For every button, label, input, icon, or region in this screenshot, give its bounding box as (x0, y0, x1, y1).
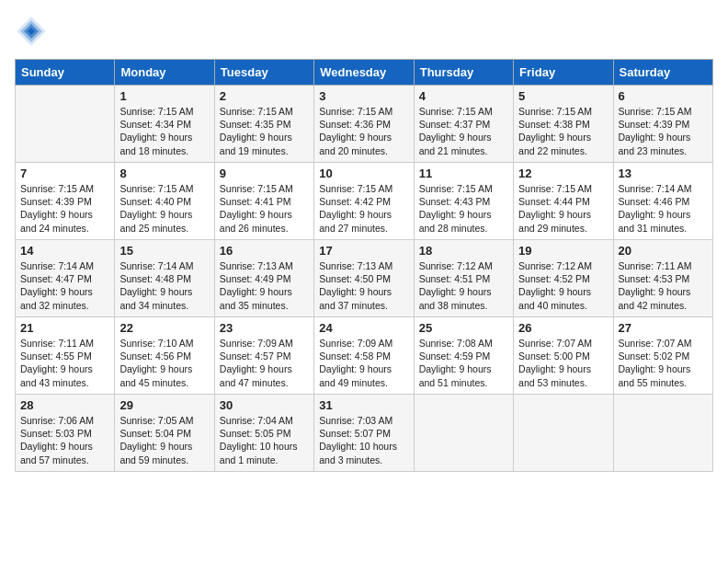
calendar-cell: 24Sunrise: 7:09 AMSunset: 4:58 PMDayligh… (314, 317, 414, 395)
cell-content: Sunrise: 7:15 AMSunset: 4:41 PMDaylight:… (220, 182, 309, 235)
column-header-sunday: Sunday (16, 60, 115, 86)
calendar-cell (514, 395, 613, 472)
day-number: 5 (518, 89, 608, 103)
calendar-cell: 17Sunrise: 7:13 AMSunset: 4:50 PMDayligh… (314, 240, 414, 317)
day-number: 21 (20, 321, 109, 335)
column-header-wednesday: Wednesday (314, 60, 414, 86)
calendar-cell: 4Sunrise: 7:15 AMSunset: 4:37 PMDaylight… (414, 86, 513, 163)
cell-content: Sunrise: 7:09 AMSunset: 4:58 PMDaylight:… (319, 337, 408, 389)
cell-content: Sunrise: 7:14 AMSunset: 4:48 PMDaylight:… (119, 259, 209, 312)
calendar-cell: 28Sunrise: 7:06 AMSunset: 5:03 PMDayligh… (16, 395, 115, 472)
day-number: 24 (319, 321, 408, 335)
column-header-thursday: Thursday (414, 60, 513, 86)
calendar-cell: 14Sunrise: 7:14 AMSunset: 4:47 PMDayligh… (16, 240, 115, 317)
calendar-cell: 30Sunrise: 7:04 AMSunset: 5:05 PMDayligh… (214, 395, 313, 472)
cell-content: Sunrise: 7:12 AMSunset: 4:51 PMDaylight:… (419, 259, 508, 312)
day-number: 19 (518, 244, 608, 258)
calendar-week-row: 1Sunrise: 7:15 AMSunset: 4:34 PMDaylight… (16, 86, 713, 163)
day-number: 30 (220, 398, 309, 412)
calendar-cell: 16Sunrise: 7:13 AMSunset: 4:49 PMDayligh… (214, 240, 313, 317)
day-number: 2 (220, 89, 309, 103)
day-number: 27 (619, 321, 708, 335)
column-header-monday: Monday (115, 60, 214, 86)
day-number: 31 (319, 398, 408, 412)
day-number: 14 (20, 244, 109, 258)
cell-content: Sunrise: 7:05 AMSunset: 5:04 PMDaylight:… (119, 414, 209, 466)
cell-content: Sunrise: 7:09 AMSunset: 4:57 PMDaylight:… (220, 337, 309, 389)
column-header-tuesday: Tuesday (214, 60, 313, 86)
day-number: 26 (518, 321, 608, 335)
day-number: 22 (119, 321, 209, 335)
calendar-cell: 23Sunrise: 7:09 AMSunset: 4:57 PMDayligh… (214, 317, 313, 395)
calendar-cell: 26Sunrise: 7:07 AMSunset: 5:00 PMDayligh… (514, 317, 613, 395)
cell-content: Sunrise: 7:13 AMSunset: 4:50 PMDaylight:… (319, 259, 408, 312)
cell-content: Sunrise: 7:15 AMSunset: 4:43 PMDaylight:… (419, 182, 508, 235)
cell-content: Sunrise: 7:12 AMSunset: 4:52 PMDaylight:… (518, 259, 608, 312)
cell-content: Sunrise: 7:15 AMSunset: 4:38 PMDaylight:… (518, 105, 608, 157)
day-number: 17 (319, 244, 408, 258)
calendar-cell (613, 395, 712, 472)
column-header-saturday: Saturday (613, 60, 712, 86)
day-number: 13 (619, 167, 708, 180)
header (15, 15, 713, 48)
logo-icon (15, 15, 48, 48)
calendar-cell: 12Sunrise: 7:15 AMSunset: 4:44 PMDayligh… (514, 163, 613, 240)
cell-content: Sunrise: 7:07 AMSunset: 5:02 PMDaylight:… (619, 337, 708, 389)
calendar-cell: 8Sunrise: 7:15 AMSunset: 4:40 PMDaylight… (115, 163, 214, 240)
calendar-cell: 18Sunrise: 7:12 AMSunset: 4:51 PMDayligh… (414, 240, 513, 317)
cell-content: Sunrise: 7:15 AMSunset: 4:44 PMDaylight:… (518, 182, 608, 235)
day-number: 4 (419, 89, 508, 103)
cell-content: Sunrise: 7:03 AMSunset: 5:07 PMDaylight:… (319, 414, 408, 466)
cell-content: Sunrise: 7:14 AMSunset: 4:46 PMDaylight:… (619, 182, 708, 235)
day-number: 3 (319, 89, 408, 103)
cell-content: Sunrise: 7:14 AMSunset: 4:47 PMDaylight:… (20, 259, 109, 312)
day-number: 11 (419, 167, 508, 180)
day-number: 18 (419, 244, 508, 258)
day-number: 25 (419, 321, 508, 335)
cell-content: Sunrise: 7:15 AMSunset: 4:34 PMDaylight:… (119, 105, 209, 157)
calendar-cell: 1Sunrise: 7:15 AMSunset: 4:34 PMDaylight… (115, 86, 214, 163)
calendar-cell (414, 395, 513, 472)
calendar-week-row: 28Sunrise: 7:06 AMSunset: 5:03 PMDayligh… (16, 395, 713, 472)
calendar-cell: 2Sunrise: 7:15 AMSunset: 4:35 PMDaylight… (214, 86, 313, 163)
calendar-cell: 10Sunrise: 7:15 AMSunset: 4:42 PMDayligh… (314, 163, 414, 240)
day-number: 28 (20, 398, 109, 412)
calendar-cell: 20Sunrise: 7:11 AMSunset: 4:53 PMDayligh… (613, 240, 712, 317)
logo (15, 15, 51, 48)
calendar-cell: 7Sunrise: 7:15 AMSunset: 4:39 PMDaylight… (16, 163, 115, 240)
calendar-cell: 3Sunrise: 7:15 AMSunset: 4:36 PMDaylight… (314, 86, 414, 163)
calendar-cell: 29Sunrise: 7:05 AMSunset: 5:04 PMDayligh… (115, 395, 214, 472)
cell-content: Sunrise: 7:04 AMSunset: 5:05 PMDaylight:… (220, 414, 309, 466)
cell-content: Sunrise: 7:15 AMSunset: 4:37 PMDaylight:… (419, 105, 508, 157)
day-number: 20 (619, 244, 708, 258)
calendar-cell: 21Sunrise: 7:11 AMSunset: 4:55 PMDayligh… (16, 317, 115, 395)
cell-content: Sunrise: 7:11 AMSunset: 4:55 PMDaylight:… (20, 337, 109, 389)
day-number: 15 (119, 244, 209, 258)
cell-content: Sunrise: 7:15 AMSunset: 4:39 PMDaylight:… (20, 182, 109, 235)
cell-content: Sunrise: 7:10 AMSunset: 4:56 PMDaylight:… (119, 337, 209, 389)
day-number: 8 (119, 167, 209, 180)
calendar-week-row: 7Sunrise: 7:15 AMSunset: 4:39 PMDaylight… (16, 163, 713, 240)
day-number: 6 (619, 89, 708, 103)
cell-content: Sunrise: 7:15 AMSunset: 4:42 PMDaylight:… (319, 182, 408, 235)
calendar-cell: 25Sunrise: 7:08 AMSunset: 4:59 PMDayligh… (414, 317, 513, 395)
day-number: 29 (119, 398, 209, 412)
calendar-cell: 19Sunrise: 7:12 AMSunset: 4:52 PMDayligh… (514, 240, 613, 317)
calendar-cell: 31Sunrise: 7:03 AMSunset: 5:07 PMDayligh… (314, 395, 414, 472)
cell-content: Sunrise: 7:06 AMSunset: 5:03 PMDaylight:… (20, 414, 109, 466)
calendar-cell: 11Sunrise: 7:15 AMSunset: 4:43 PMDayligh… (414, 163, 513, 240)
day-number: 16 (220, 244, 309, 258)
calendar-cell: 5Sunrise: 7:15 AMSunset: 4:38 PMDaylight… (514, 86, 613, 163)
calendar-header-row: SundayMondayTuesdayWednesdayThursdayFrid… (16, 60, 713, 86)
cell-content: Sunrise: 7:07 AMSunset: 5:00 PMDaylight:… (518, 337, 608, 389)
calendar-table: SundayMondayTuesdayWednesdayThursdayFrid… (15, 59, 713, 472)
day-number: 10 (319, 167, 408, 180)
calendar-week-row: 14Sunrise: 7:14 AMSunset: 4:47 PMDayligh… (16, 240, 713, 317)
cell-content: Sunrise: 7:15 AMSunset: 4:35 PMDaylight:… (220, 105, 309, 157)
cell-content: Sunrise: 7:08 AMSunset: 4:59 PMDaylight:… (419, 337, 508, 389)
calendar-cell: 9Sunrise: 7:15 AMSunset: 4:41 PMDaylight… (214, 163, 313, 240)
calendar-cell: 15Sunrise: 7:14 AMSunset: 4:48 PMDayligh… (115, 240, 214, 317)
day-number: 23 (220, 321, 309, 335)
calendar-week-row: 21Sunrise: 7:11 AMSunset: 4:55 PMDayligh… (16, 317, 713, 395)
calendar-cell: 22Sunrise: 7:10 AMSunset: 4:56 PMDayligh… (115, 317, 214, 395)
